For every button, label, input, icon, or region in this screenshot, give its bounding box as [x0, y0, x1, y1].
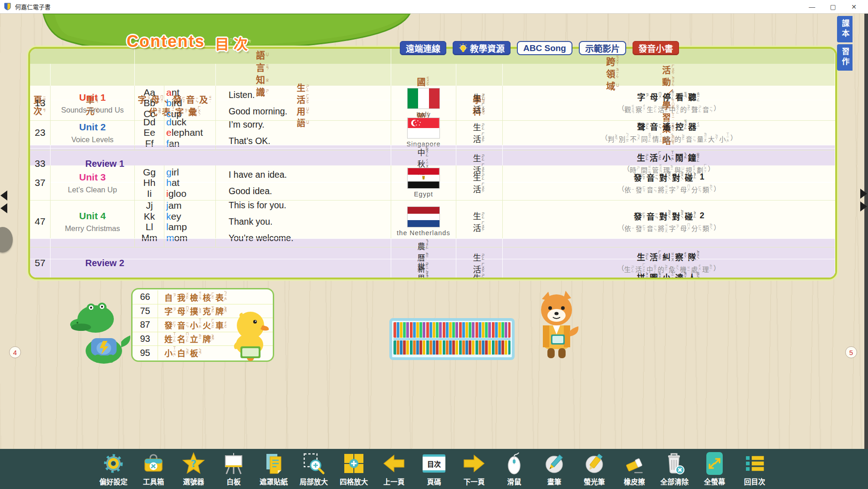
table-row-unit2: 23 Unit 2 Voice Levels Dd Ee Ff duck ele… [30, 115, 835, 145]
toolbar-page-number[interactable]: 目次 頁碼 [420, 452, 448, 486]
remote-connect-label: 遠端連線 [406, 42, 440, 54]
toolbar-back-to-contents[interactable]: 回目次 [740, 452, 769, 486]
teaching-resources-label: 教學資源 [470, 42, 505, 54]
page-widget-label: 目次 [427, 459, 441, 468]
abc-song-label: ABC Song [523, 43, 566, 53]
vocab-word: jam [166, 200, 182, 211]
demo-video-label: 示範影片 [585, 42, 620, 54]
close-button[interactable]: ✕ [843, 0, 864, 13]
table-row-unit4: 47 Unit 4 Merry Christmas Jj Kk Ll Mm ja… [30, 196, 835, 238]
activity-title: 發ㄈㄚ音ㄧㄣ對ㄉㄨㄟˋ對ㄉㄨㄟˋ碰ㄆㄥˋ 1 [633, 171, 704, 183]
toolbar-label: 遮罩貼紙 [260, 476, 288, 486]
toolbar-fullscreen[interactable]: 全螢幕 [700, 452, 729, 486]
vocab-word: elephant [166, 127, 203, 138]
toolbar-label: 下一頁 [464, 476, 485, 486]
bookshelf-shelf [393, 338, 511, 340]
next-page-edge-arrow[interactable] [860, 201, 867, 211]
letter-pair: Gg [143, 167, 156, 178]
abc-song-button[interactable]: ABC Song [517, 41, 572, 55]
phrase: I’m sorry. [229, 116, 265, 133]
activity-title: 字ㄗˋ母ㄇㄨˇ停ㄊㄧㄥˊ看ㄎㄢˋ聽ㄊㄧㄥ [637, 91, 701, 103]
unit-subtitle: Voice Levels [71, 134, 114, 145]
crocodile-mascot-illustration [67, 293, 136, 365]
activity-note: （判ㄆㄢˋ別ㄅㄧㄝˊ不ㄅㄨˋ同ㄊㄨㄥˊ情ㄑㄧㄥˊ境ㄐㄧㄥˋ的ㄉㄜ˙音ㄧㄣ量ㄌㄧㄤ… [601, 133, 737, 144]
letters-cell: Gg Hh Ii [135, 165, 164, 201]
maximize-button[interactable]: ▢ [822, 0, 843, 13]
phonics-book-button[interactable]: 發音小書 [633, 41, 679, 55]
toolbar-partial-zoom[interactable]: 局部放大 [300, 452, 328, 486]
phrase: I have an idea. [229, 166, 287, 183]
contents-table: 語ㄩˇ言ㄧㄢˊ知ㄓ識ㄕˋ 跨ㄎㄨㄚˋ領ㄌㄧㄥˇ域ㄩˋ 頁ㄧㄝˋ次ㄘˋ 單ㄉㄢ元ㄩ… [28, 47, 837, 279]
tab-workbook[interactable]: 習作 [837, 44, 853, 71]
activity-cell: 拼ㄆㄧㄣ圖ㄊㄨˊ小ㄒㄧㄠˇ達ㄉㄚˊ人ㄖㄣˊ （大ㄉㄚˋ小ㄒㄧㄠˇ寫ㄒㄧㄝˇ字ㄗˋ… [503, 259, 835, 279]
list-menu-icon [742, 452, 767, 475]
toolbar-preferences[interactable]: 偏好設定 [99, 452, 128, 486]
highlighter-icon [582, 452, 607, 475]
minimize-button[interactable]: — [802, 0, 822, 13]
table-row-final-review: 61 Final Review 世ㄕˋ界ㄐㄧㄝˋ地ㄉㄧˋ圖ㄊㄨˊ 生ㄕㄥ活ㄏㄨㄛ… [30, 259, 835, 279]
tab-textbook[interactable]: 課本 [837, 16, 853, 42]
subject-cell: 生ㄕㄥ活ㄏㄨㄛˊ [456, 259, 503, 279]
toolbar-clear-all[interactable]: 全部清除 [660, 452, 689, 486]
teaching-resources-button[interactable]: 教學資源 [453, 41, 511, 55]
phrases-cell: I have an idea. Good idea. [216, 165, 391, 201]
letter-pair: Aa [143, 87, 155, 98]
toolbar-mouse[interactable]: 滑鼠 [500, 452, 528, 486]
prev-page-tab[interactable] [0, 227, 13, 252]
extra-title: 小ㄒㄧㄠˇ白ㄅㄞˊ板ㄅㄢˇ [158, 347, 203, 359]
activity-note: （依ㄧ發ㄈㄚ音ㄧㄣ將ㄐㄧㄤ字ㄗˋ母ㄇㄨˇ分ㄈㄣ類ㄌㄟˋ） [618, 222, 720, 233]
letter-pair: Jj [146, 200, 153, 211]
toolbar-pen[interactable]: 畫筆 [540, 452, 568, 486]
toolbar-number-picker[interactable]: ? 選號器 [179, 452, 208, 486]
toolbar-label: 頁碼 [427, 476, 441, 486]
next-page-edge-arrow[interactable] [860, 189, 867, 199]
phrase: Thank you. [229, 213, 272, 230]
arrow-right-icon [461, 452, 487, 475]
toolbar-prev-page[interactable]: 上一頁 [380, 452, 408, 486]
vocab-word: hat [166, 177, 179, 188]
prev-page-edge-arrow[interactable] [0, 190, 7, 201]
toolbar-toolbox[interactable]: 工具箱 [139, 452, 168, 486]
toolbar-eraser[interactable]: 橡皮擦 [620, 452, 648, 486]
demo-video-button[interactable]: 示範影片 [579, 41, 626, 55]
words-cell: girl hat igloo [164, 165, 216, 201]
phrase: Listen. [229, 87, 255, 103]
toolbar-whiteboard[interactable]: 白板 [220, 452, 248, 486]
prev-page-edge-arrow[interactable] [0, 203, 7, 213]
vocab-word: lamp [166, 221, 187, 232]
eraser-icon [622, 452, 647, 475]
toolbar-next-page[interactable]: 下一頁 [460, 452, 488, 486]
toolbar-label: 橡皮擦 [624, 476, 645, 486]
trash-clear-icon [662, 452, 687, 475]
fullscreen-icon [702, 452, 727, 475]
letter-pair: Hh [143, 177, 156, 188]
dog-mascot-illustration [527, 291, 591, 364]
toolbar-highlighter[interactable]: 螢光筆 [580, 452, 608, 486]
toolbar-quad-zoom[interactable]: 四格放大 [340, 452, 368, 486]
extra-title: 自ㄗˋ我ㄨㄛˇ檢ㄐㄧㄢˇ核ㄏㄜˊ表ㄅㄧㄠˇ [158, 291, 228, 303]
remote-connect-button[interactable]: 遠端連線 [400, 41, 446, 55]
app-logo-icon [4, 3, 11, 10]
toolbar-label: 回目次 [744, 476, 766, 486]
unit-title: Unit 1 [79, 90, 106, 105]
vocab-word: key [166, 211, 181, 222]
page-number: 61 [30, 259, 51, 279]
extra-page-number: 87 [133, 318, 158, 332]
window-edge-strip [864, 14, 868, 449]
extra-title: 字ㄗˋ母ㄇㄨˇ撲ㄆㄨ克ㄎㄜˋ牌ㄆㄞˊ [158, 305, 228, 317]
star-question-icon: ? [181, 452, 206, 475]
review-title-cell: Final Review [51, 259, 391, 279]
toolbar-label: 工具箱 [143, 476, 164, 486]
page-canvas: Contents 目ㄇㄨˋ次ㄘˋ 遠端連線 教學資源 ABC Song 示範影片 [0, 14, 868, 449]
quick-links: 遠端連線 教學資源 ABC Song 示範影片 發音小書 [400, 41, 679, 55]
bookshelf-row [393, 322, 511, 338]
left-page-indicator: 4 [9, 346, 21, 358]
unit-subtitle: Let’s Clean Up [68, 184, 117, 196]
country-cell: Egypt [391, 165, 456, 201]
lightbulb-icon [459, 43, 468, 54]
table-row-review1: 33 Review 1 中ㄓㄨㄥ秋ㄑㄧㄡ節ㄐㄧㄝˊ 生ㄕㄥ活ㄏㄨㄛˊ 生ㄕㄥ活ㄏ… [30, 145, 835, 165]
extra-title: 姓ㄒㄧㄥˋ名ㄇㄧㄥˊ立ㄌㄧˋ牌ㄆㄞˊ [158, 333, 215, 345]
extra-page-number: 95 [133, 346, 158, 360]
arrow-left-icon [381, 452, 407, 475]
toolbar-mask-sticker[interactable]: 遮罩貼紙 [260, 452, 288, 486]
